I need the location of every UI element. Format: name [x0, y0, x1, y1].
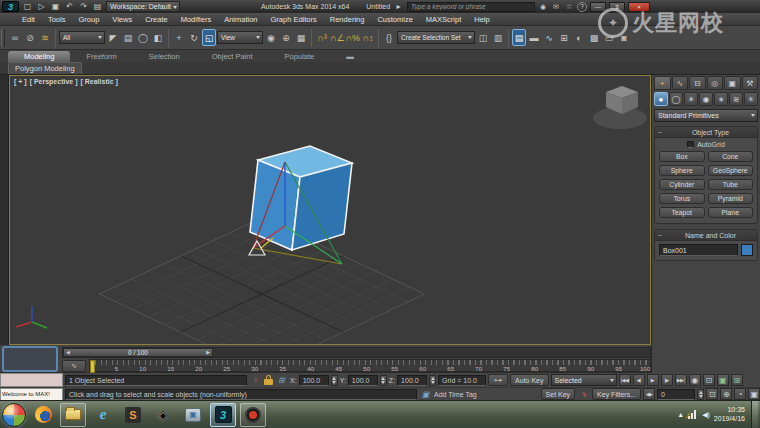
menu-item[interactable]: Create [145, 15, 168, 24]
curve-editor-icon[interactable]: ∿ [542, 29, 556, 46]
taskbar-ie-icon[interactable]: e [90, 403, 116, 427]
tab-selection[interactable]: Selection [133, 51, 196, 62]
rendered-frame-icon[interactable]: ▭ [602, 29, 616, 46]
object-color-swatch[interactable] [741, 244, 753, 256]
hidden-icons-chevron[interactable]: ▲ [677, 411, 684, 418]
select-scale-icon[interactable]: ◱ [202, 29, 216, 46]
z-spinner[interactable] [429, 375, 436, 386]
primitive-button[interactable]: GeoSphere [708, 165, 754, 176]
ribbon-toggle-icon[interactable]: ▬ [527, 29, 541, 46]
primitive-button[interactable]: Plane [708, 207, 754, 218]
selection-filter-dropdown[interactable]: All [59, 31, 105, 44]
layer-manager-icon[interactable]: ▤ [512, 29, 526, 46]
redo-icon[interactable]: ↷ [78, 1, 89, 12]
menu-item[interactable]: Group [78, 15, 99, 24]
track-bar[interactable]: 5101520253035404550556065707580859095100 [89, 359, 651, 372]
viewport-menu-general[interactable]: [ + ] [14, 78, 27, 85]
tab-freeform[interactable]: Freeform [70, 51, 132, 62]
zoom-extents-all-icon[interactable]: ⊞ [731, 374, 743, 386]
primitive-button[interactable]: Cone [708, 151, 754, 162]
use-pivot-center-icon[interactable]: ◉ [264, 29, 278, 46]
time-tag-cube-icon[interactable]: ▣ [419, 388, 432, 400]
tab-modeling[interactable]: Modeling [8, 51, 70, 62]
viewport-menu-shading[interactable]: [ Realistic ] [81, 78, 118, 85]
time-slider-track[interactable]: ◀ 0 / 100 ▶ [62, 347, 651, 358]
go-to-start-button[interactable]: |◀◀ [619, 374, 631, 386]
zoom-region-icon[interactable]: ⊡ [706, 388, 718, 400]
primitive-button[interactable]: Box [659, 151, 705, 162]
primitive-button[interactable]: Teapot [659, 207, 705, 218]
align-icon[interactable]: ▥ [491, 29, 505, 46]
toolbar-grip[interactable] [1, 29, 5, 47]
select-by-name-icon[interactable]: ▤ [121, 29, 135, 46]
create-tab-icon[interactable]: + [654, 76, 671, 90]
selection-lock-icon[interactable] [264, 375, 273, 385]
auto-key-button[interactable]: Auto Key [510, 374, 548, 386]
perspective-viewport[interactable]: [ + ] [ Perspective ] [ Realistic ] [9, 75, 651, 345]
render-production-icon[interactable]: ◙ [617, 29, 631, 46]
maxscript-listener-line[interactable]: Welcome to MAX! [0, 388, 63, 401]
previous-frame-arrow[interactable]: ◀ [66, 349, 70, 355]
primitive-button[interactable]: Torus [659, 193, 705, 204]
menu-item[interactable]: Modifiers [181, 15, 211, 24]
taskbar-firefox-icon[interactable] [30, 403, 56, 427]
help-icon[interactable]: ? [577, 2, 587, 12]
select-link-icon[interactable]: ∞ [8, 29, 22, 46]
primitive-button[interactable]: Cylinder [659, 179, 705, 190]
x-spinner[interactable] [331, 375, 338, 386]
play-button[interactable]: ▶ [647, 374, 659, 386]
taskbar-clock[interactable]: 10:35 2019/4/16 [714, 406, 745, 424]
menu-item[interactable]: Views [112, 15, 132, 24]
time-slider-handle[interactable]: ◀ 0 / 100 ▶ [63, 348, 213, 357]
previous-frame-button[interactable]: ◀| [633, 374, 645, 386]
taskbar-explorer-icon[interactable] [60, 403, 86, 427]
key-selection-dropdown[interactable]: Selected [551, 374, 617, 386]
menu-item[interactable]: MAXScript [426, 15, 461, 24]
app-logo-icon[interactable]: 3 [2, 1, 19, 12]
shapes-category-icon[interactable]: ◯ [669, 92, 683, 106]
key-mode-toggle-button[interactable]: ◀▶ [643, 388, 655, 400]
select-manipulate-icon[interactable]: ⊕ [279, 29, 293, 46]
minimize-button[interactable]: — [590, 2, 606, 12]
display-tab-icon[interactable]: ▣ [724, 76, 741, 90]
title-flyout-icon[interactable]: ▸ [393, 1, 404, 12]
tab-populate[interactable]: Populate [269, 51, 331, 62]
menu-item[interactable]: Customize [377, 15, 412, 24]
motion-tab-icon[interactable]: ◎ [707, 76, 724, 90]
object-name-field[interactable]: Box001 [659, 244, 738, 256]
maximize-button[interactable]: 3 [609, 2, 625, 12]
set-key-button[interactable]: Set Key [541, 388, 576, 400]
save-file-icon[interactable]: ▣ [50, 1, 61, 12]
select-object-icon[interactable]: ◤ [106, 29, 120, 46]
taskbar-unity-icon[interactable]: ◈ [150, 403, 176, 427]
menu-item[interactable]: Graph Editors [271, 15, 317, 24]
x-coordinate-field[interactable]: 100.0 [299, 375, 329, 386]
view-cube[interactable] [593, 86, 647, 129]
maximize-viewport-icon[interactable]: ▣ [748, 388, 760, 400]
menu-item[interactable]: Tools [48, 15, 66, 24]
spacewarps-category-icon[interactable]: ≋ [729, 92, 743, 106]
zoom-extents-icon[interactable]: ▣ [717, 374, 729, 386]
bind-spacewarp-icon[interactable]: ≋ [38, 29, 52, 46]
favorites-icon[interactable]: ☆ [564, 2, 574, 12]
orbit-icon[interactable]: ◔ [734, 388, 746, 400]
modify-tab-icon[interactable]: ∿ [672, 76, 689, 90]
snap-toggle-3d-icon[interactable]: ∩³ [315, 29, 329, 46]
speaker-icon[interactable]: ◀) [702, 411, 710, 419]
menu-item[interactable]: Edit [22, 15, 35, 24]
selection-region-icon[interactable]: ◯ [136, 29, 150, 46]
viewport-layout-tabs-button[interactable] [2, 346, 58, 372]
taskbar-photo-viewer-icon[interactable]: ▣ [180, 403, 206, 427]
autogrid-checkbox[interactable] [687, 141, 694, 148]
frame-spinner[interactable] [697, 389, 704, 400]
show-desktop-button[interactable] [751, 401, 758, 428]
mini-curve-editor-button[interactable]: ∿ [62, 360, 86, 372]
name-color-rollout-header[interactable]: − Name and Color [655, 230, 757, 241]
primitive-category-dropdown[interactable]: Standard Primitives [654, 109, 758, 122]
pan-icon[interactable]: ⊕ [720, 388, 732, 400]
next-frame-button[interactable]: |▶ [661, 374, 673, 386]
object-type-rollout-header[interactable]: − Object Type [655, 127, 757, 138]
systems-category-icon[interactable]: ✳ [744, 92, 758, 106]
isolate-selection-icon[interactable]: ♀ [249, 374, 262, 386]
network-icon[interactable]: ⚠ [688, 410, 698, 419]
